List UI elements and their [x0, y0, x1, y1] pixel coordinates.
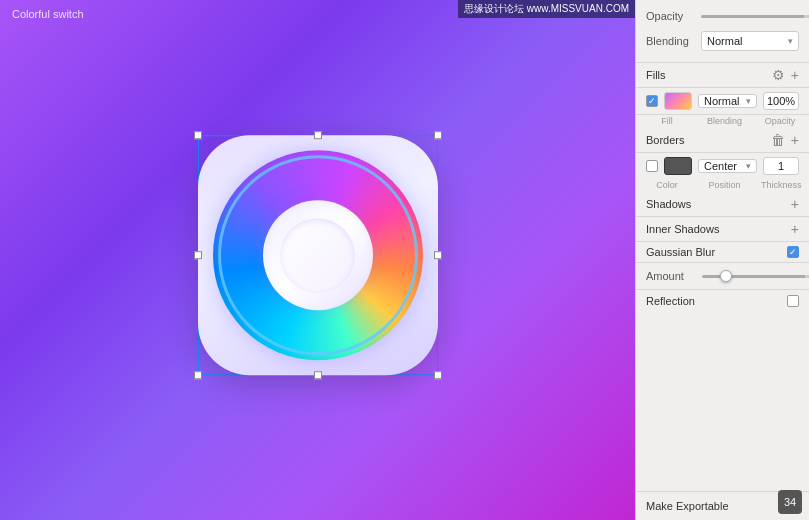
borders-add-icon[interactable]: +: [791, 133, 799, 147]
handle-top-left[interactable]: [194, 131, 202, 139]
fill-blending-value: Normal: [704, 95, 739, 107]
border-thickness-value[interactable]: 1: [763, 157, 799, 175]
shadows-section-header: Shadows +: [636, 192, 809, 217]
handle-bottom-left[interactable]: [194, 371, 202, 379]
blending-arrow: ▾: [788, 36, 793, 46]
borders-icons: 🗑 +: [771, 133, 799, 147]
fill-meta: Normal ▾: [698, 94, 757, 108]
border-color-label: Color: [646, 180, 688, 190]
icon-wrapper[interactable]: [198, 135, 438, 375]
borders-title: Borders: [646, 134, 685, 146]
canvas-area[interactable]: Colorful switch 思缘设计论坛 www.MISSVUAN.COM: [0, 0, 635, 520]
amount-slider-container: 3px: [702, 267, 809, 285]
gaussian-blur-section: Gaussian Blur ✓: [636, 242, 809, 263]
fills-add-icon[interactable]: +: [791, 68, 799, 82]
borders-section-header: Borders 🗑 +: [636, 128, 809, 153]
inner-shadows-title: Inner Shadows: [646, 223, 719, 235]
border-thickness-label: Thickness: [761, 180, 799, 190]
make-exportable-section: Make Exportable 34: [636, 491, 809, 520]
opacity-slider-container: 100%: [701, 7, 809, 25]
inner-shadows-add-icon[interactable]: +: [791, 222, 799, 236]
fill-label: Fill: [646, 116, 688, 126]
amount-row: Amount 3px: [636, 263, 809, 290]
fill-checkbox[interactable]: ✓: [646, 95, 658, 107]
blending-dropdown[interactable]: Normal ▾: [701, 31, 799, 51]
fill-blending-dropdown[interactable]: Normal ▾: [698, 94, 757, 108]
gaussian-blur-checkbox[interactable]: ✓: [787, 246, 799, 258]
fill-color-swatch[interactable]: [664, 92, 692, 110]
handle-mid-right[interactable]: [434, 251, 442, 259]
border-checkbox[interactable]: [646, 160, 658, 172]
fill-row: ✓ Normal ▾ 100%: [636, 88, 809, 115]
donut-center: [280, 218, 355, 293]
reflection-title: Reflection: [646, 295, 695, 307]
fills-title: Fills: [646, 69, 666, 81]
page-number: 34: [778, 490, 802, 514]
opacity-label: Opacity: [646, 10, 701, 22]
gaussian-blur-checkmark: ✓: [789, 247, 797, 257]
fills-settings-icon[interactable]: ⚙: [772, 68, 785, 82]
handle-bottom-mid[interactable]: [314, 371, 322, 379]
border-position-label: Position: [688, 180, 761, 190]
fills-icons: ⚙ +: [772, 68, 799, 82]
reflection-section-header: Reflection: [636, 290, 809, 312]
border-position-value: Center: [704, 160, 737, 172]
handle-top-mid[interactable]: [314, 131, 322, 139]
shadows-add-icon[interactable]: +: [791, 197, 799, 211]
border-color-swatch[interactable]: [664, 157, 692, 175]
opacity-row: Opacity 100%: [646, 6, 799, 26]
borders-trash-icon[interactable]: 🗑: [771, 133, 785, 147]
canvas-label: Colorful switch: [12, 8, 84, 20]
shadows-title: Shadows: [646, 198, 691, 210]
blending-row: Blending Normal ▾: [646, 31, 799, 51]
fill-blending-arrow: ▾: [746, 96, 751, 106]
donut-middle: [263, 200, 373, 310]
opacity-slider[interactable]: [701, 15, 809, 18]
border-col-headers: Color Position Thickness: [636, 179, 809, 192]
border-row: Center ▾ 1: [636, 153, 809, 179]
amount-slider[interactable]: [702, 275, 809, 278]
border-position-arrow: ▾: [746, 161, 751, 171]
fill-opacity-header: Opacity: [761, 116, 799, 126]
blending-label: Blending: [646, 35, 701, 47]
fill-blending-header: Blending: [688, 116, 761, 126]
blending-value: Normal: [707, 35, 742, 47]
fill-col-headers: Fill Blending Opacity: [636, 115, 809, 128]
border-position-dropdown[interactable]: Center ▾: [698, 159, 757, 173]
donut-outer: [213, 150, 423, 360]
reflection-checkbox[interactable]: [787, 295, 799, 307]
app-icon: [198, 135, 438, 375]
gaussian-blur-title: Gaussian Blur: [646, 246, 781, 258]
amount-label: Amount: [646, 270, 696, 282]
border-meta: Center ▾: [698, 159, 757, 173]
fills-section-header: Fills ⚙ +: [636, 63, 809, 88]
make-exportable-label: Make Exportable: [646, 500, 729, 512]
handle-bottom-right[interactable]: [434, 371, 442, 379]
inner-shadows-section-header: Inner Shadows +: [636, 217, 809, 242]
right-panel: Opacity 100% Blending Normal ▾ Fills ⚙ +…: [635, 0, 809, 520]
handle-top-right[interactable]: [434, 131, 442, 139]
fill-opacity-value[interactable]: 100%: [763, 92, 799, 110]
handle-mid-left[interactable]: [194, 251, 202, 259]
watermark: 思缘设计论坛 www.MISSVUAN.COM: [458, 0, 635, 18]
fill-checkmark: ✓: [648, 96, 656, 106]
opacity-section: Opacity 100% Blending Normal ▾: [636, 0, 809, 63]
